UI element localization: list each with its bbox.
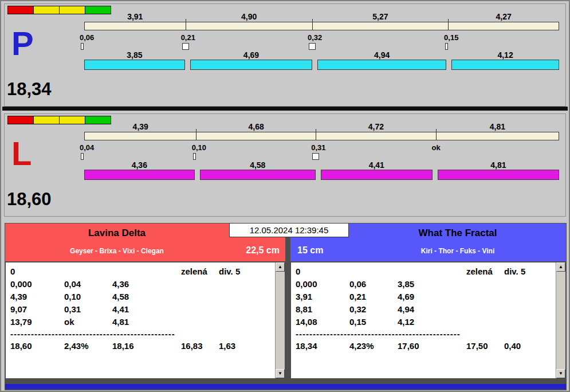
list-row: 8,810,324,94 <box>296 303 556 316</box>
list-cell: 4,58 <box>112 291 181 303</box>
list-cell <box>466 316 504 328</box>
list-cell: 9,07 <box>10 303 64 316</box>
list-cell: 2,43% <box>64 340 112 352</box>
list-cell: 14,08 <box>296 316 349 328</box>
time-bar-segment: 4,12 <box>451 60 559 70</box>
results-list-left: 0zelenádiv. 50,0000,044,364,390,104,589,… <box>6 262 275 378</box>
list-cell <box>64 265 112 278</box>
time-bar-segment: 4,27 <box>449 22 559 30</box>
list-cell <box>504 316 556 328</box>
scrollbar-left[interactable]: ▲ ▼ <box>275 262 285 378</box>
list-cell: div. 5 <box>219 265 275 278</box>
split-time-label: ok <box>432 143 441 152</box>
flyball-timing-window: P 3,914,905,274,27 0,060,210,320,15 3,85… <box>0 0 570 392</box>
split-readout: 0,21 <box>181 33 195 50</box>
jump-height-left: 22,5 cm <box>246 245 280 256</box>
list-row: 0zelenádiv. 5 <box>10 265 275 278</box>
lane-panel-p: P 3,914,905,274,27 0,060,210,320,15 3,85… <box>4 3 566 107</box>
scroll-down-button[interactable]: ▼ <box>276 369 285 378</box>
split-time-label: 0,04 <box>80 143 94 152</box>
segment-time-label: 5,27 <box>313 12 449 21</box>
start-light <box>33 116 60 124</box>
segment-time-label: 4,69 <box>191 50 312 60</box>
lane-letter-p: P <box>11 27 34 60</box>
split-checkbox[interactable] <box>193 153 196 160</box>
split-readout: 0,10 <box>192 143 206 160</box>
segment-time-label: 4,27 <box>449 12 559 21</box>
start-light <box>7 6 34 14</box>
team-dogs-left: Geyser - Brixa - Vixi - Clegan <box>5 247 229 255</box>
list-cell: 0,31 <box>64 303 112 316</box>
list-cell <box>504 278 556 291</box>
list-cell <box>349 265 398 278</box>
list-cell: 0,06 <box>349 278 398 291</box>
list-cell <box>466 303 504 316</box>
start-light <box>7 116 34 124</box>
scrollbar-right[interactable]: ▲ ▼ <box>556 262 565 378</box>
list-cell: 4,12 <box>398 316 466 328</box>
split-checkbox[interactable] <box>312 153 319 160</box>
list-cell <box>466 278 504 291</box>
time-bar-segment: 4,72 <box>316 132 437 140</box>
bottom-accent-strip <box>5 384 566 389</box>
list-cell <box>219 291 275 303</box>
segment-time-label: 4,81 <box>438 160 559 170</box>
split-checkbox[interactable] <box>81 43 84 50</box>
list-row: 18,602,43%18,1616,831,63 <box>10 340 275 352</box>
list-cell: 3,85 <box>398 278 466 291</box>
scroll-down-button[interactable]: ▼ <box>556 369 565 378</box>
list-row: 0,0000,063,85 <box>296 278 556 291</box>
start-light <box>59 116 85 124</box>
split-checkbox[interactable] <box>309 43 316 50</box>
time-bar-segment: 4,39 <box>85 132 196 140</box>
list-cell <box>181 291 219 303</box>
results-listbox-right[interactable]: 0zelenádiv. 50,0000,063,853,910,214,698,… <box>290 262 566 379</box>
list-row: 9,070,314,41 <box>10 303 275 316</box>
scoreboard: Lavina Delta Geyser - Brixa - Vixi - Cle… <box>5 223 567 390</box>
list-cell <box>504 291 556 303</box>
list-cell <box>219 278 275 291</box>
time-bar-segment: 4,41 <box>321 170 433 180</box>
split-readout: 0,32 <box>308 33 322 50</box>
list-cell: 0 <box>296 265 349 278</box>
segment-time-label: 4,68 <box>196 122 315 131</box>
list-row: 4,390,104,58 <box>10 291 275 303</box>
split-readout: 0,15 <box>444 33 458 50</box>
list-cell <box>219 316 275 328</box>
list-cell: 1,63 <box>219 340 275 352</box>
list-cell: 18,16 <box>112 340 181 352</box>
list-cell: 4,36 <box>112 278 181 291</box>
scroll-up-icon: ▲ <box>278 264 282 269</box>
list-cell: 4,81 <box>112 316 181 328</box>
list-row: 13,79ok4,81 <box>10 316 275 328</box>
time-bar-segment: 4,68 <box>196 132 316 140</box>
list-cell: 0,04 <box>64 278 112 291</box>
list-cell <box>466 291 504 303</box>
split-checkbox[interactable] <box>81 153 84 160</box>
split-readout: ok <box>432 143 441 152</box>
list-cell: div. 5 <box>504 265 556 278</box>
list-row: 18,344,23%17,6017,500,40 <box>296 340 556 352</box>
start-light <box>33 6 60 14</box>
dog-times-bar-p: 3,854,694,944,12 <box>84 60 559 70</box>
jump-height-right: 15 cm <box>297 245 323 256</box>
change-times-l: 0,040,100,31ok <box>80 143 555 162</box>
team-dogs-right: Kiri - Thor - Fuks - Vini <box>349 247 566 255</box>
datetime-display: 12.05.2024 12:39:45 <box>229 223 349 237</box>
segment-time-label: 3,85 <box>85 50 184 60</box>
team-name-left: Lavina Delta <box>5 228 229 239</box>
list-cell: 0,40 <box>504 340 556 352</box>
list-cell <box>181 316 219 328</box>
dog-times-bar-l: 4,364,584,414,81 <box>84 170 559 180</box>
split-checkbox[interactable] <box>182 43 189 50</box>
results-listbox-left[interactable]: 0zelenádiv. 50,0000,044,364,390,104,589,… <box>5 262 285 379</box>
split-time-label: 0,21 <box>181 33 195 42</box>
split-time-label: 0,15 <box>444 33 458 42</box>
list-row: 0zelenádiv. 5 <box>296 265 556 278</box>
scroll-up-icon: ▲ <box>559 264 563 269</box>
list-cell: 4,41 <box>112 303 181 316</box>
segment-time-label: 4,81 <box>437 122 559 131</box>
split-checkbox[interactable] <box>445 43 448 50</box>
scroll-up-button[interactable]: ▲ <box>556 262 565 272</box>
scroll-up-button[interactable]: ▲ <box>276 262 285 272</box>
